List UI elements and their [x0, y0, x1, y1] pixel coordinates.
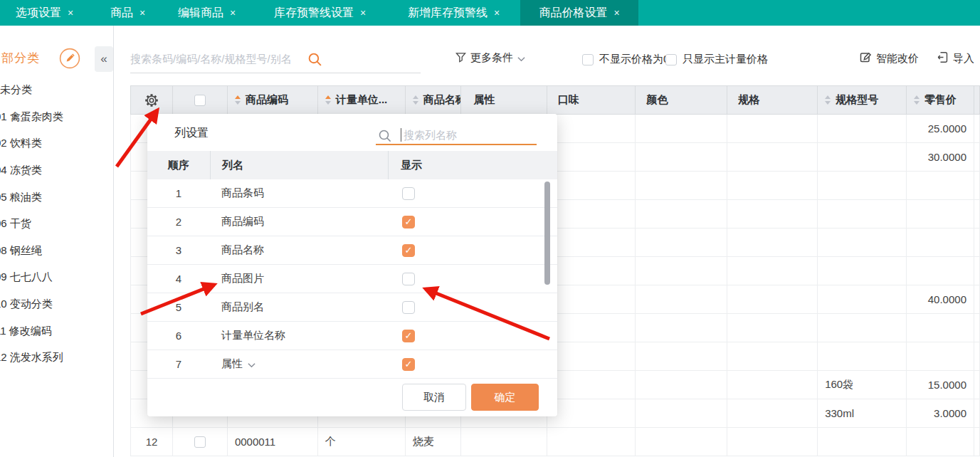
column-setting-row[interactable]: 5商品别名 [147, 293, 557, 322]
column-header[interactable]: 颜色 [636, 86, 727, 115]
select-all-checkbox[interactable] [194, 95, 206, 106]
table-cell [818, 342, 907, 371]
column-setting-row[interactable]: 1商品条码 [147, 179, 557, 208]
tab-item[interactable]: 选项设置× [16, 0, 73, 26]
tab-close-icon[interactable]: × [360, 7, 366, 19]
table-cell [547, 228, 636, 257]
sidebar-category-item[interactable]: 12 洗发水系列 [0, 345, 114, 372]
sort-icon[interactable] [235, 95, 241, 105]
column-visible-checkbox[interactable]: ✓ [402, 216, 415, 228]
dialog-title: 列设置 [174, 126, 209, 141]
cancel-button[interactable]: 取消 [402, 384, 466, 411]
tab-item[interactable]: 商品价格设置× [520, 0, 638, 26]
tab-item[interactable]: 编辑商品× [178, 0, 236, 26]
column-setting-row[interactable]: 2商品编码✓ [147, 208, 557, 236]
import-button[interactable]: 导入 [937, 51, 974, 65]
tab-item[interactable]: 新增库存预警线× [408, 0, 500, 26]
column-order: 3 [147, 244, 210, 256]
sidebar-category-item[interactable]: 01 禽蛋杂肉类 [0, 104, 114, 131]
sidebar-category-item[interactable]: 02 饮料类 [0, 130, 114, 157]
column-visible-checkbox[interactable] [402, 301, 415, 314]
tab-label: 商品价格设置 [539, 6, 607, 21]
table-cell: 3.0000 [907, 399, 974, 428]
column-name: 商品编码 [210, 215, 388, 228]
tab-label: 新增库存预警线 [408, 6, 488, 21]
table-cell [818, 200, 907, 228]
row-select-checkbox[interactable] [194, 436, 206, 448]
sort-icon[interactable] [914, 95, 920, 105]
sidebar-category-item[interactable]: 11 修改编码 [0, 317, 114, 345]
column-search-input[interactable] [404, 125, 536, 145]
column-visible-checkbox[interactable] [402, 187, 415, 200]
tab-item[interactable]: 商品× [110, 0, 145, 26]
table-cell: 15.0000 [907, 371, 974, 399]
column-setting-row[interactable]: 4商品图片 [147, 265, 557, 293]
main-unit-price-checkbox-group[interactable]: 只显示主计量价格 [665, 53, 768, 66]
column-header[interactable]: 零售价 [907, 86, 974, 115]
column-setting-row[interactable]: 7属性✓ [147, 350, 557, 379]
collapse-sidebar-icon[interactable]: « [95, 46, 113, 72]
tab-close-icon[interactable]: × [613, 7, 619, 19]
tab-close-icon[interactable]: × [139, 7, 145, 19]
tab-close-icon[interactable]: × [494, 7, 500, 19]
chevron-down-icon[interactable] [248, 358, 255, 370]
gear-icon[interactable] [144, 93, 159, 107]
column-visible-checkbox[interactable]: ✓ [402, 330, 415, 342]
show-column-header: 显示 [388, 151, 557, 179]
sidebar-category-item[interactable]: 08 钢丝绳 [0, 238, 114, 265]
select-all-cell[interactable] [173, 86, 228, 115]
sort-icon[interactable] [325, 95, 331, 105]
smart-reprice-button[interactable]: 智能改价 [860, 51, 919, 65]
table-cell: 0000011 [228, 428, 318, 456]
search-icon[interactable] [307, 52, 322, 70]
table-cell [636, 172, 727, 200]
sort-icon[interactable] [825, 95, 831, 105]
table-cell [974, 285, 980, 314]
column-visible-cell: ✓ [388, 330, 557, 342]
sidebar-category-item[interactable]: 09 七七八八 [0, 264, 114, 291]
column-header[interactable]: 口味 [547, 86, 636, 115]
sort-icon[interactable] [413, 95, 418, 105]
order-column-header: 顺序 [147, 151, 210, 179]
footer-divider [147, 378, 557, 379]
sidebar-category-item[interactable]: 06 干货 [0, 211, 114, 238]
column-header[interactable]: 商品名称 [406, 86, 461, 115]
sidebar-category-item[interactable]: 04 冻货类 [0, 157, 114, 184]
column-setting-row[interactable]: 3商品名称✓ [147, 236, 557, 265]
tab-item[interactable]: 库存预警线设置× [274, 0, 366, 26]
column-name-label: 商品别名 [221, 300, 264, 314]
table-cell [727, 257, 818, 285]
table-cell [727, 314, 818, 342]
column-order: 6 [147, 330, 210, 342]
column-header[interactable]: 规格型号 [818, 86, 907, 115]
column-setting-row[interactable]: 6计量单位名称✓ [147, 322, 557, 350]
column-visible-checkbox[interactable] [402, 273, 415, 285]
product-price-settings-page: 选项设置×商品×编辑商品×库存预警线设置×新增库存预警线×商品价格设置× 部分类… [0, 0, 980, 457]
main-unit-price-checkbox[interactable] [665, 54, 677, 65]
hide-zero-price-checkbox[interactable] [582, 54, 594, 65]
table-cell [907, 172, 974, 200]
table-cell [974, 314, 980, 342]
hide-zero-price-checkbox-group[interactable]: 不显示价格为0 [582, 53, 669, 66]
import-label: 导入 [953, 52, 974, 65]
more-conditions-button[interactable]: 更多条件 [455, 51, 525, 65]
edit-categories-icon[interactable] [59, 48, 80, 69]
sidebar-category-item[interactable]: 05 粮油类 [0, 184, 114, 211]
table-cell [818, 143, 907, 172]
table-row[interactable]: 120000011个烧麦 [130, 428, 980, 456]
tab-close-icon[interactable]: × [230, 7, 236, 19]
sidebar-category-item[interactable]: 10 变动分类 [0, 291, 114, 318]
column-header[interactable]: 属性 [461, 86, 547, 115]
search-input[interactable] [130, 47, 307, 70]
tab-close-icon[interactable]: × [68, 7, 73, 19]
column-header[interactable]: 商品编码 [228, 86, 318, 115]
column-header[interactable]: 规格 [727, 86, 818, 115]
column-settings-gear-button[interactable] [131, 86, 173, 115]
column-visible-checkbox[interactable]: ✓ [402, 358, 415, 371]
confirm-button[interactable]: 确定 [471, 384, 539, 411]
column-visible-checkbox[interactable]: ✓ [402, 244, 415, 257]
table-cell: 160袋 [818, 371, 907, 399]
sidebar-category-item[interactable]: 未分类 [0, 77, 114, 104]
column-header[interactable]: 计量单位... [318, 86, 406, 115]
modal-scrollbar-thumb[interactable] [544, 182, 550, 285]
